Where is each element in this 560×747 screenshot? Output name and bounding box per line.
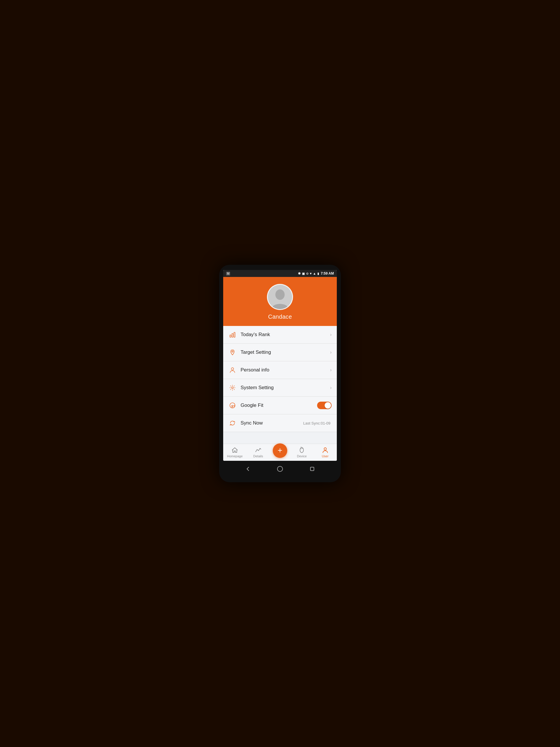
- phone-frame: M ✱ ▣ ⊙ ▾ ▲ ▮ 7:59 AM Candace: [219, 265, 341, 482]
- svg-point-9: [300, 447, 303, 453]
- gear-icon: [229, 384, 237, 392]
- nav-item-user[interactable]: User: [317, 446, 334, 458]
- clock: 7:59 AM: [321, 272, 334, 276]
- location-icon: [229, 348, 237, 356]
- profile-name: Candace: [268, 313, 292, 320]
- last-sync-value: Last Sync:01-09: [303, 421, 330, 426]
- homepage-label: Homepage: [227, 455, 243, 458]
- sync-now-label: Sync Now: [241, 420, 303, 426]
- nav-add-button[interactable]: +: [273, 443, 287, 458]
- bottom-nav: Homepage Details +: [223, 444, 337, 461]
- google-plus-icon: g+: [229, 401, 237, 409]
- user-icon: [322, 446, 329, 454]
- bar-chart-icon: [229, 331, 237, 339]
- svg-line-10: [301, 447, 302, 447]
- battery-icon: ▮: [317, 272, 319, 275]
- chevron-right-icon: ›: [330, 367, 331, 372]
- svg-point-4: [232, 351, 233, 352]
- svg-rect-13: [311, 467, 314, 471]
- svg-rect-3: [234, 332, 235, 337]
- content-spacer: [223, 432, 337, 444]
- google-fit-toggle[interactable]: [317, 402, 331, 409]
- svg-point-5: [231, 368, 234, 370]
- alarm-icon: ⊙: [306, 272, 309, 275]
- chevron-right-icon: ›: [330, 350, 331, 355]
- svg-rect-2: [232, 334, 233, 337]
- personal-info-label: Personal info: [241, 367, 330, 373]
- svg-point-11: [324, 448, 326, 450]
- svg-point-0: [275, 289, 285, 300]
- menu-item-sync-now[interactable]: Sync Now Last Sync:01-09: [223, 414, 337, 432]
- nav-item-device[interactable]: Device: [293, 446, 311, 458]
- target-setting-label: Target Setting: [241, 350, 330, 355]
- person-icon: [229, 366, 237, 374]
- status-left-icons: M: [226, 272, 230, 276]
- device-icon: [298, 446, 305, 454]
- mail-icon: M: [226, 272, 230, 276]
- plus-icon: +: [278, 446, 282, 455]
- hardware-nav-bar: [223, 461, 337, 474]
- svg-point-12: [277, 466, 283, 471]
- signal-icon: ▲: [313, 272, 316, 275]
- chevron-right-icon: ›: [330, 332, 331, 337]
- avatar-silhouette-icon: [271, 288, 289, 309]
- status-right-area: ✱ ▣ ⊙ ▾ ▲ ▮ 7:59 AM: [298, 272, 334, 276]
- device-label: Device: [297, 455, 307, 458]
- phone-screen: M ✱ ▣ ⊙ ▾ ▲ ▮ 7:59 AM Candace: [223, 270, 337, 461]
- toggle-knob: [325, 402, 331, 409]
- menu-item-system-setting[interactable]: System Setting ›: [223, 379, 337, 397]
- svg-rect-1: [230, 335, 231, 337]
- svg-point-6: [232, 387, 233, 389]
- menu-list: Today's Rank › Target Setting ›: [223, 326, 337, 432]
- avatar[interactable]: [267, 284, 293, 310]
- status-bar: M ✱ ▣ ⊙ ▾ ▲ ▮ 7:59 AM: [223, 270, 337, 277]
- recents-button[interactable]: [308, 465, 316, 473]
- wifi-icon: ▾: [310, 272, 312, 276]
- google-fit-label: Google Fit: [241, 403, 317, 408]
- home-button[interactable]: [276, 465, 284, 473]
- nav-item-homepage[interactable]: Homepage: [226, 446, 243, 458]
- chevron-right-icon: ›: [330, 385, 331, 390]
- nav-item-details[interactable]: Details: [249, 446, 267, 458]
- menu-item-google-fit[interactable]: g+ Google Fit: [223, 397, 337, 414]
- menu-item-personal-info[interactable]: Personal info ›: [223, 361, 337, 379]
- svg-text:g+: g+: [231, 404, 235, 407]
- user-label: User: [322, 455, 328, 458]
- todays-rank-label: Today's Rank: [241, 332, 330, 338]
- sync-icon: [229, 419, 237, 427]
- profile-header: Candace: [223, 277, 337, 326]
- bluetooth-icon: ✱: [298, 272, 300, 276]
- system-setting-label: System Setting: [241, 385, 330, 391]
- home-icon: [231, 446, 238, 454]
- back-button[interactable]: [244, 465, 252, 473]
- details-label: Details: [253, 455, 263, 458]
- vibrate-icon: ▣: [302, 272, 304, 275]
- chart-line-icon: [255, 446, 262, 454]
- menu-item-todays-rank[interactable]: Today's Rank ›: [223, 326, 337, 344]
- menu-item-target-setting[interactable]: Target Setting ›: [223, 344, 337, 361]
